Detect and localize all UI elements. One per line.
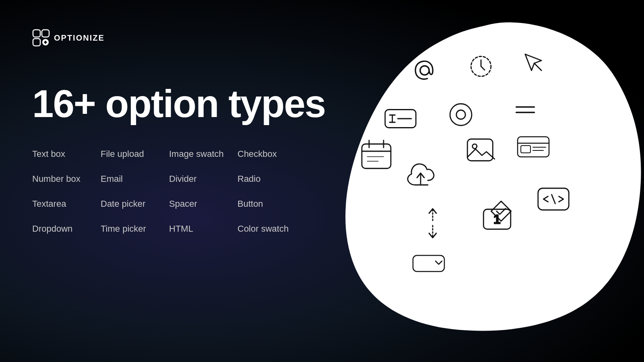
svg-point-6 bbox=[420, 66, 429, 75]
option-item-checkbox: Checkbox bbox=[237, 149, 306, 159]
logo-text: OPTIONIZE bbox=[54, 33, 105, 43]
svg-rect-2 bbox=[33, 39, 40, 46]
option-item-time-picker: Time picker bbox=[101, 224, 169, 234]
code-icon bbox=[535, 181, 572, 217]
svg-rect-25 bbox=[467, 139, 493, 161]
calendar-icon bbox=[358, 137, 394, 173]
option-item-email: Email bbox=[101, 174, 169, 184]
pin-icon bbox=[515, 44, 551, 80]
svg-point-14 bbox=[450, 104, 472, 125]
option-item-divider: Divider bbox=[169, 174, 237, 184]
upload-icon bbox=[402, 157, 439, 193]
logo: OPTIONIZE bbox=[32, 29, 105, 47]
svg-text:1: 1 bbox=[493, 212, 501, 226]
svg-point-26 bbox=[473, 144, 477, 148]
option-item-html: HTML bbox=[169, 224, 237, 234]
spacer-icon bbox=[415, 205, 451, 241]
text-input-icon bbox=[382, 101, 419, 137]
svg-line-8 bbox=[534, 63, 541, 70]
svg-line-33 bbox=[552, 195, 555, 204]
number-box-icon: 1 bbox=[479, 201, 515, 237]
option-item-number-box: Number box bbox=[32, 174, 101, 184]
option-item-dropdown: Dropdown bbox=[32, 224, 101, 234]
logo-icon bbox=[32, 29, 50, 47]
options-list: Text boxFile uploadImage swatchCheckboxN… bbox=[32, 149, 306, 234]
icons-container: 1 bbox=[334, 20, 640, 350]
at-icon bbox=[407, 52, 443, 88]
option-item-image-swatch: Image swatch bbox=[169, 149, 237, 159]
menu-icon bbox=[507, 93, 543, 129]
option-item-textarea: Textarea bbox=[32, 199, 101, 209]
svg-rect-0 bbox=[33, 30, 40, 37]
svg-rect-29 bbox=[521, 146, 530, 153]
option-item-file-upload: File upload bbox=[101, 149, 169, 159]
option-item-radio: Radio bbox=[237, 174, 306, 184]
main-heading: 16+ option types bbox=[32, 84, 325, 123]
svg-rect-5 bbox=[45, 41, 46, 44]
dropdown-icon bbox=[411, 245, 447, 282]
svg-point-15 bbox=[456, 110, 466, 119]
option-item-spacer: Spacer bbox=[169, 199, 237, 209]
option-item-color-swatch: Color swatch bbox=[237, 224, 306, 234]
heading-title: 16+ option types bbox=[32, 84, 325, 123]
image-icon bbox=[463, 133, 499, 169]
option-item-date-picker: Date picker bbox=[101, 199, 169, 209]
card-icon bbox=[515, 129, 551, 165]
svg-rect-18 bbox=[362, 144, 391, 169]
option-item-button: Button bbox=[237, 199, 306, 209]
option-item-text-box: Text box bbox=[32, 149, 101, 159]
clock-icon bbox=[463, 48, 499, 84]
svg-rect-1 bbox=[42, 30, 49, 37]
radio-icon bbox=[443, 97, 479, 133]
